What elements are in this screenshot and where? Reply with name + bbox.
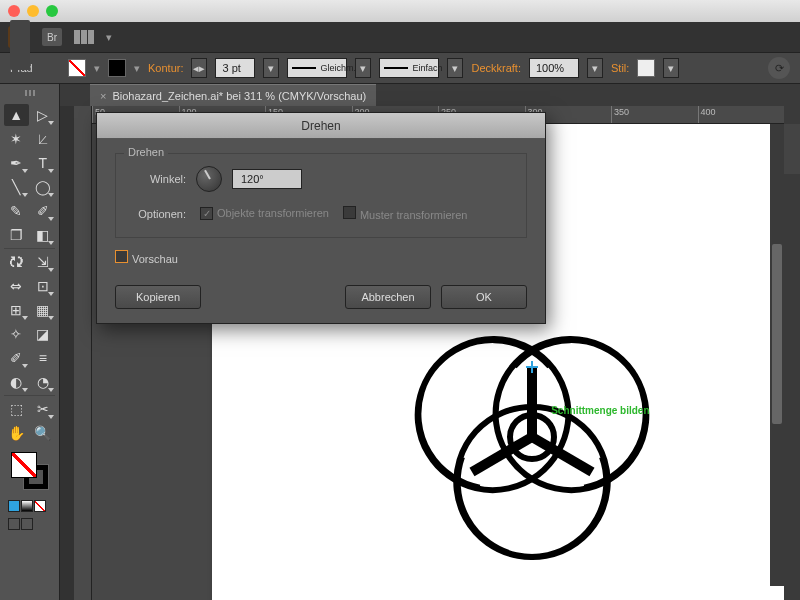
cancel-button[interactable]: Abbrechen	[345, 285, 431, 309]
eraser-tool[interactable]: ◧	[31, 224, 56, 246]
document-tab[interactable]: × Biohazard_Zeichen.ai* bei 311 % (CMYK/…	[90, 84, 376, 106]
control-bar: Pfad ▾ ▾ Kontur: ◂▸ 3 pt ▾ Gleichm. ▾ Ei…	[0, 52, 800, 84]
gradient-tool[interactable]: ◪	[31, 323, 56, 345]
stroke-dash-select[interactable]: Gleichm.	[287, 58, 347, 78]
close-tab-icon[interactable]: ×	[100, 90, 106, 102]
link-icon[interactable]: ⟳	[768, 57, 790, 79]
blend-tool[interactable]: ≡	[31, 347, 56, 369]
width-tool[interactable]: ⇔	[4, 275, 29, 297]
direct-selection-tool[interactable]: ▷	[31, 104, 56, 126]
arrange-documents-icon[interactable]	[74, 30, 94, 44]
style-label: Stil:	[611, 62, 629, 74]
zoom-tool[interactable]: 🔍	[31, 422, 56, 444]
stroke-profile-select[interactable]: Einfach	[379, 58, 439, 78]
angle-dial[interactable]	[196, 166, 222, 192]
profile-dropdown[interactable]: ▾	[447, 58, 463, 78]
transform-patterns-label: Muster transformieren	[360, 209, 468, 221]
style-dropdown[interactable]: ▾	[663, 58, 679, 78]
symbol-sprayer-tool[interactable]: ◐	[4, 371, 29, 393]
dialog-title[interactable]: Drehen	[97, 113, 545, 139]
tools-panel: ▲▷ ✶⟀ ✒T ╲◯ ✎✐ ❐◧ 🗘⇲ ⇔⊡ ⊞▦ ✧◪ ✐≡ ◐◔ ⬚✂ ✋…	[0, 84, 60, 600]
copy-button[interactable]: Kopieren	[115, 285, 201, 309]
rotate-tool[interactable]: 🗘	[4, 251, 29, 273]
type-tool[interactable]: T	[31, 152, 56, 174]
collapsed-panel-tab[interactable]	[10, 20, 30, 70]
shape-builder-tool[interactable]: ⊞	[4, 299, 29, 321]
close-window-icon[interactable]	[8, 5, 20, 17]
preview-checkbox[interactable]	[115, 250, 128, 263]
vertical-scrollbar[interactable]	[770, 124, 784, 586]
color-mode-row[interactable]	[4, 500, 55, 512]
screen-mode-row[interactable]	[4, 518, 55, 530]
magic-wand-tool[interactable]: ✶	[4, 128, 29, 150]
selection-tool[interactable]: ▲	[4, 104, 29, 126]
lasso-tool[interactable]: ⟀	[31, 128, 56, 150]
shape-tool[interactable]: ◯	[31, 176, 56, 198]
rotate-dialog: Drehen Drehen Winkel: Optionen: ✓Objekte…	[96, 112, 546, 324]
stroke-weight-field[interactable]: 3 pt	[215, 58, 255, 78]
options-label: Optionen:	[130, 208, 186, 220]
maximize-window-icon[interactable]	[46, 5, 58, 17]
eyedropper-tool[interactable]: ✐	[4, 347, 29, 369]
smart-guide-label: Schnittmenge bilden	[551, 405, 649, 416]
minimize-window-icon[interactable]	[27, 5, 39, 17]
perspective-tool[interactable]: ▦	[31, 299, 56, 321]
dash-dropdown[interactable]: ▾	[355, 58, 371, 78]
free-transform-tool[interactable]: ⊡	[31, 275, 56, 297]
paintbrush-tool[interactable]: ✎	[4, 200, 29, 222]
style-swatch[interactable]	[637, 59, 655, 77]
collapsed-right-panel[interactable]	[784, 124, 800, 174]
transform-objects-checkbox[interactable]: ✓	[200, 207, 213, 220]
document-tabbar: × Biohazard_Zeichen.ai* bei 311 % (CMYK/…	[0, 84, 800, 106]
pen-tool[interactable]: ✒	[4, 152, 29, 174]
opacity-label: Deckkraft:	[471, 62, 521, 74]
scale-tool[interactable]: ⇲	[31, 251, 56, 273]
blob-brush-tool[interactable]: ❐	[4, 224, 29, 246]
opacity-dropdown[interactable]: ▾	[587, 58, 603, 78]
stroke-dropdown[interactable]: ▾	[263, 58, 279, 78]
transform-objects-label: Objekte transformieren	[217, 207, 329, 219]
scrollbar-thumb[interactable]	[772, 244, 782, 424]
artboard-tool[interactable]: ⬚	[4, 398, 29, 420]
vertical-ruler	[74, 106, 92, 600]
app-menubar: Ai Br ▾	[0, 22, 800, 52]
rotate-fieldset: Drehen Winkel: Optionen: ✓Objekte transf…	[115, 153, 527, 238]
slice-tool[interactable]: ✂	[31, 398, 56, 420]
right-panel-dock	[784, 84, 800, 600]
pencil-tool[interactable]: ✐	[31, 200, 56, 222]
graph-tool[interactable]: ◔	[31, 371, 56, 393]
mesh-tool[interactable]: ✧	[4, 323, 29, 345]
hand-tool[interactable]: ✋	[4, 422, 29, 444]
angle-label: Winkel:	[130, 173, 186, 185]
transform-patterns-checkbox[interactable]	[343, 206, 356, 219]
opacity-field[interactable]: 100%	[529, 58, 579, 78]
fill-stroke-swatch[interactable]	[11, 452, 49, 490]
line-tool[interactable]: ╲	[4, 176, 29, 198]
stroke-swatch[interactable]	[108, 59, 126, 77]
document-tab-label: Biohazard_Zeichen.ai* bei 311 % (CMYK/Vo…	[112, 90, 366, 102]
window-titlebar	[0, 0, 800, 22]
stroke-label: Kontur:	[148, 62, 183, 74]
fieldset-legend: Drehen	[124, 146, 168, 158]
panel-grip-icon[interactable]	[4, 90, 55, 98]
fill-swatch[interactable]	[68, 59, 86, 77]
stroke-stepper[interactable]: ◂▸	[191, 58, 207, 78]
angle-input[interactable]	[232, 169, 302, 189]
ok-button[interactable]: OK	[441, 285, 527, 309]
bridge-icon[interactable]: Br	[42, 28, 62, 46]
preview-label: Vorschau	[132, 253, 178, 265]
